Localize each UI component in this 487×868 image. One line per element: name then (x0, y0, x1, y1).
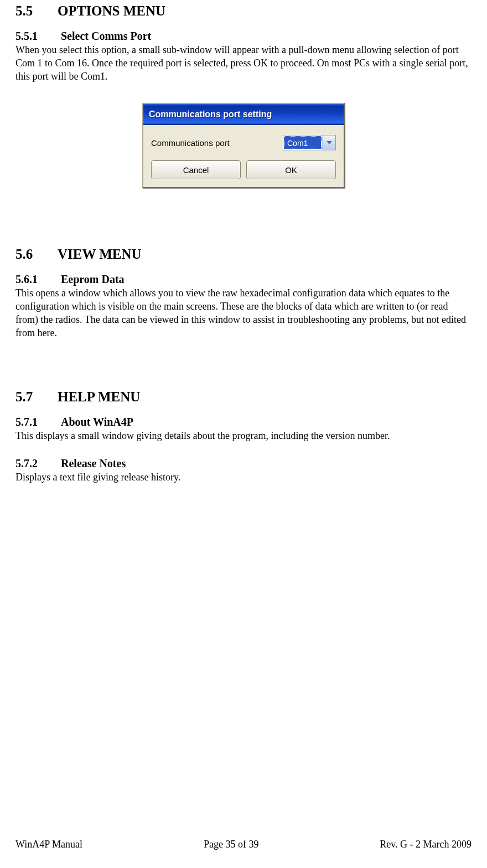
section-5-7-1-heading: 5.7.1About WinA4P (15, 416, 472, 428)
section-5-6-1-body: This opens a window which allows you to … (15, 287, 472, 339)
section-5-5-1-heading: 5.5.1Select Comms Port (15, 30, 472, 43)
section-5-7-2-body: Displays a text file giving release hist… (15, 471, 472, 484)
footer-left: WinA4P Manual (15, 839, 82, 850)
subsection-title: Select Comms Port (61, 30, 151, 42)
footer-right: Rev. G - 2 March 2009 (380, 839, 472, 850)
subsection-title: Release Notes (61, 457, 126, 469)
section-number: 5.5 (15, 3, 58, 19)
combo-selected-value: Com1 (284, 136, 322, 149)
footer-center: Page 35 of 39 (204, 839, 258, 850)
section-title: HELP MENU (58, 389, 140, 404)
dialog-title: Communications port setting (149, 109, 272, 119)
section-5-6-1-heading: 5.6.1Eeprom Data (15, 273, 472, 286)
dialog-titlebar[interactable]: Communications port setting (143, 104, 344, 125)
ok-button-label: OK (285, 165, 297, 175)
dialog-body: Communications port Com1 Cancel OK (143, 125, 344, 187)
dialog-row: Communications port Com1 (151, 135, 336, 150)
page-footer: WinA4P Manual Page 35 of 39 Rev. G - 2 M… (15, 839, 472, 850)
dialog-button-row: Cancel OK (151, 160, 336, 179)
section-title: VIEW MENU (58, 247, 142, 262)
subsection-number: 5.5.1 (15, 30, 61, 43)
comms-port-label: Communications port (151, 138, 230, 148)
section-number: 5.7 (15, 389, 58, 405)
chevron-down-icon[interactable] (322, 135, 335, 150)
section-number: 5.6 (15, 247, 58, 262)
cancel-button-label: Cancel (183, 165, 209, 175)
subsection-number: 5.7.2 (15, 457, 61, 470)
comms-port-combo[interactable]: Com1 (283, 135, 336, 150)
subsection-number: 5.6.1 (15, 273, 61, 286)
section-5-5-1-body: When you select this option, a small sub… (15, 44, 472, 83)
section-5-5-heading: 5.5OPTIONS MENU (15, 3, 472, 19)
section-5-7-2-heading: 5.7.2Release Notes (15, 457, 472, 470)
subsection-number: 5.7.1 (15, 416, 61, 428)
section-5-7-1-body: This displays a small window giving deta… (15, 430, 472, 443)
subsection-title: About WinA4P (61, 416, 133, 428)
dialog-figure: Communications port setting Communicatio… (15, 103, 472, 188)
section-5-7-heading: 5.7HELP MENU (15, 389, 472, 405)
cancel-button[interactable]: Cancel (151, 160, 241, 179)
section-5-6-heading: 5.6VIEW MENU (15, 247, 472, 262)
comms-port-dialog: Communications port setting Communicatio… (142, 103, 345, 188)
section-title: OPTIONS MENU (58, 3, 165, 18)
subsection-title: Eeprom Data (61, 273, 125, 285)
ok-button[interactable]: OK (246, 160, 336, 179)
